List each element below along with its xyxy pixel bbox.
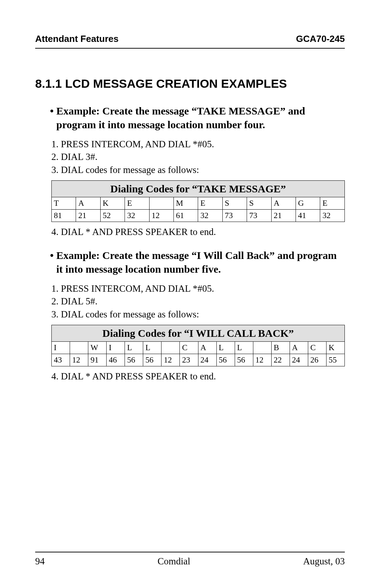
example-two-step-2: 2. DIAL 5#.	[51, 295, 345, 308]
table1-letter: A	[271, 197, 296, 210]
table1-code: 73	[247, 210, 271, 222]
example-two-step-4-wrap: 4. DIAL * AND PRESS SPEAKER to end.	[51, 370, 345, 383]
table2-code: 56	[125, 354, 143, 366]
section-heading: 8.1.1 LCD MESSAGE CREATION EXAMPLES	[35, 77, 345, 91]
example-one-steps: 1. PRESS INTERCOM, AND DIAL *#05. 2. DIA…	[51, 138, 345, 176]
table2-code: 43	[52, 354, 70, 366]
footer-center: Comdial	[158, 556, 190, 567]
table1-letter: A	[76, 197, 100, 210]
table2-code: 12	[162, 354, 180, 366]
table1-letter: K	[100, 197, 125, 210]
table2-code: 46	[107, 354, 125, 366]
table1-letter: T	[52, 197, 76, 210]
table2-letter: A	[198, 342, 216, 354]
table-i-will-call-back: Dialing Codes for “I WILL CALL BACK” I W…	[51, 325, 345, 366]
table1-letter: E	[125, 197, 149, 210]
table1-letter: S	[247, 197, 271, 210]
table2-letter: I	[107, 342, 125, 354]
table2-code: 12	[253, 354, 271, 366]
page-header: Attendant Features GCA70-245	[35, 33, 345, 49]
example-one-step-4: 4. DIAL * AND PRESS SPEAKER to end.	[51, 225, 345, 238]
table2-code: 91	[88, 354, 107, 366]
table2-code: 56	[235, 354, 253, 366]
table2-letter: W	[88, 342, 107, 354]
table1-letter: G	[296, 197, 320, 210]
table1-code: 61	[174, 210, 198, 222]
table2-letter	[162, 342, 180, 354]
table1-code: 32	[198, 210, 222, 222]
example-two-steps: 1. PRESS INTERCOM, AND DIAL *#05. 2. DIA…	[51, 282, 345, 321]
table2-code: 22	[271, 354, 290, 366]
table2-letter: L	[125, 342, 143, 354]
table2-code: 12	[70, 354, 88, 366]
bullet-icon	[50, 249, 56, 261]
table1-code: 32	[125, 210, 149, 222]
table2-code: 55	[326, 354, 344, 366]
table1-code: 21	[76, 210, 100, 222]
footer-page-number: 94	[35, 556, 45, 567]
example-one-step-4-wrap: 4. DIAL * AND PRESS SPEAKER to end.	[51, 225, 345, 238]
example-one-step-2: 2. DIAL 3#.	[51, 150, 345, 163]
table2-code: 56	[143, 354, 162, 366]
table1-code: 73	[222, 210, 247, 222]
table-row: T A K E M E S S A G E	[52, 197, 345, 210]
table2-code: 56	[216, 354, 235, 366]
example-one-step-3: 3. DIAL codes for message as follows:	[51, 163, 345, 176]
table2-title: Dialing Codes for “I WILL CALL BACK”	[52, 325, 345, 342]
table-take-message: Dialing Codes for “TAKE MESSAGE” T A K E…	[51, 180, 345, 222]
table1-title: Dialing Codes for “TAKE MESSAGE”	[52, 181, 345, 197]
table1-letter: M	[174, 197, 198, 210]
header-right: GCA70-245	[296, 33, 345, 44]
table2-code: 24	[198, 354, 216, 366]
table2-letter: C	[180, 342, 198, 354]
table1-letter: S	[222, 197, 247, 210]
table2-code: 26	[308, 354, 326, 366]
table2-letter: B	[271, 342, 290, 354]
table2-code: 24	[290, 354, 308, 366]
table1-code: 52	[100, 210, 125, 222]
example-two-step-3: 3. DIAL codes for message as follows:	[51, 308, 345, 321]
example-two-step-4: 4. DIAL * AND PRESS SPEAKER to end.	[51, 370, 345, 383]
table2-letter	[70, 342, 88, 354]
table2-letter: C	[308, 342, 326, 354]
example-two-title: Example: Create the message “I Will Call…	[56, 248, 345, 276]
table2-letter: L	[216, 342, 235, 354]
table1-letter: E	[198, 197, 222, 210]
table1-code: 21	[271, 210, 296, 222]
footer-date: August, 03	[303, 556, 345, 567]
table2-letter	[253, 342, 271, 354]
table1-letter: E	[320, 197, 345, 210]
document-page: Attendant Features GCA70-245 8.1.1 LCD M…	[0, 0, 380, 588]
example-one-text: Example: Create the message “TAKE MESSAG…	[56, 105, 305, 130]
table-row: I W I L L C A L L B A C K	[52, 342, 345, 354]
example-one-title: Example: Create the message “TAKE MESSAG…	[56, 104, 345, 131]
table1-code: 41	[296, 210, 320, 222]
example-two-step-1: 1. PRESS INTERCOM, AND DIAL *#05.	[51, 282, 345, 295]
table2-letter: L	[143, 342, 162, 354]
table1-code: 32	[320, 210, 345, 222]
table1-code: 12	[149, 210, 173, 222]
table2-letter: A	[290, 342, 308, 354]
table-row: 43 12 91 46 56 56 12 23 24 56 56 12 22 2…	[52, 354, 345, 366]
table-row: 81 21 52 32 12 61 32 73 73 21 41 32	[52, 210, 345, 222]
page-footer: 94 Comdial August, 03	[35, 552, 345, 567]
example-two-text: Example: Create the message “I Will Call…	[56, 249, 337, 275]
table2-letter: L	[235, 342, 253, 354]
bullet-icon	[50, 105, 56, 117]
table1-letter	[149, 197, 173, 210]
table2-code: 23	[180, 354, 198, 366]
table2-letter: I	[52, 342, 70, 354]
example-one-step-1: 1. PRESS INTERCOM, AND DIAL *#05.	[51, 138, 345, 150]
header-left: Attendant Features	[35, 33, 119, 44]
table2-letter: K	[326, 342, 344, 354]
table1-code: 81	[52, 210, 76, 222]
